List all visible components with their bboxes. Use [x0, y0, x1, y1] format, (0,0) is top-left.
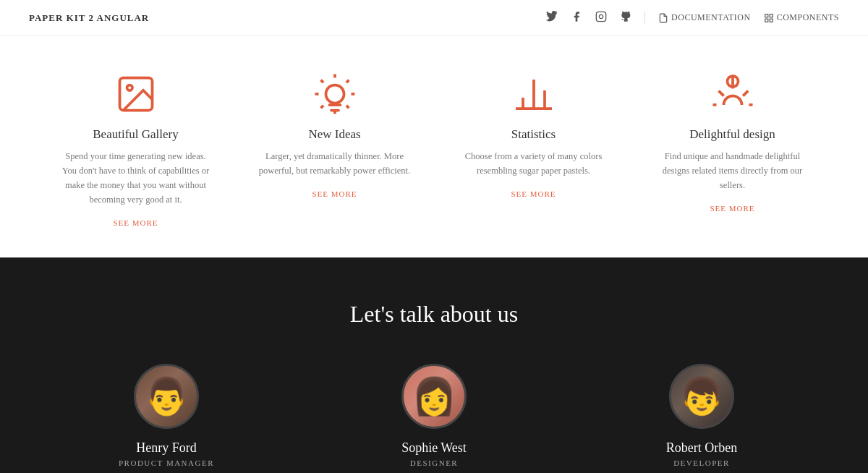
- robert-name: Robert Orben: [593, 440, 810, 456]
- henry-role: PRODUCT MANAGER: [58, 459, 275, 467]
- features-grid: Beautiful Gallery Spend your time genera…: [43, 65, 825, 236]
- team-member-robert: Robert Orben DEVELOPER The strength of t…: [579, 364, 825, 473]
- ideas-title: New Ideas: [257, 127, 412, 142]
- svg-line-12: [346, 106, 349, 108]
- statistics-icon: [512, 72, 556, 116]
- svg-line-16: [346, 80, 349, 83]
- team-member-henry: Henry Ford PRODUCT MANAGER Teamwork is s…: [43, 364, 289, 473]
- components-link[interactable]: COMPONENTS: [764, 12, 839, 23]
- ideas-desc: Larger, yet dramatically thinner. More p…: [257, 149, 412, 178]
- navbar: PAPER KIT 2 ANGULAR DOCUMENTATION COMPON…: [0, 0, 868, 36]
- robert-role: DEVELOPER: [593, 459, 810, 467]
- svg-point-8: [326, 85, 344, 103]
- design-title: Delightful design: [655, 127, 810, 142]
- statistics-link[interactable]: SEE MORE: [511, 189, 556, 198]
- ideas-icon: [313, 72, 357, 116]
- design-link[interactable]: SEE MORE: [710, 204, 754, 213]
- feature-design: Delightful design Find unique and handma…: [640, 65, 825, 236]
- doc-icon: [658, 13, 668, 23]
- components-icon: [764, 13, 774, 23]
- nav-right: DOCUMENTATION COMPONENTS: [546, 11, 839, 25]
- sophie-role: DESIGNER: [326, 459, 542, 467]
- feature-ideas: New Ideas Larger, yet dramatically thinn…: [242, 65, 427, 236]
- svg-rect-4: [770, 19, 773, 22]
- feature-statistics: Statistics Choose from a variety of many…: [441, 65, 626, 236]
- svg-line-15: [320, 106, 323, 108]
- twitter-icon[interactable]: [546, 11, 558, 25]
- feature-gallery: Beautiful Gallery Spend your time genera…: [43, 65, 228, 236]
- avatar-henry: [134, 364, 199, 429]
- svg-rect-0: [596, 12, 605, 21]
- henry-name: Henry Ford: [58, 440, 275, 456]
- gallery-icon: [114, 72, 158, 116]
- svg-rect-2: [765, 14, 767, 17]
- avatar-sophie: [401, 364, 467, 429]
- statistics-desc: Choose from a variety of many colors res…: [456, 149, 611, 178]
- team-section: Let's talk about us Henry Ford PRODUCT M…: [0, 257, 868, 473]
- statistics-title: Statistics: [456, 127, 611, 142]
- svg-point-7: [127, 85, 132, 91]
- features-section: Beautiful Gallery Spend your time genera…: [0, 36, 868, 257]
- facebook-icon[interactable]: [571, 11, 582, 25]
- svg-line-11: [320, 80, 323, 83]
- avatar-robert: [669, 364, 734, 429]
- svg-rect-3: [770, 14, 773, 17]
- sophie-name: Sophie West: [326, 440, 542, 456]
- gallery-link[interactable]: SEE MORE: [113, 218, 158, 227]
- svg-rect-5: [765, 19, 767, 22]
- team-section-title: Let's talk about us: [43, 301, 825, 328]
- gallery-desc: Spend your time generating new ideas. Yo…: [58, 149, 213, 207]
- ideas-link[interactable]: SEE MORE: [312, 189, 357, 198]
- github-icon[interactable]: [620, 11, 631, 25]
- instagram-icon[interactable]: [595, 11, 607, 25]
- gallery-title: Beautiful Gallery: [58, 127, 213, 142]
- design-icon: [711, 72, 754, 116]
- nav-brand: PAPER KIT 2 ANGULAR: [29, 12, 149, 24]
- team-member-sophie: Sophie West DESIGNER A group becomes a t…: [311, 364, 557, 473]
- nav-divider: [644, 12, 645, 25]
- team-grid: Henry Ford PRODUCT MANAGER Teamwork is s…: [43, 364, 825, 473]
- documentation-link[interactable]: DOCUMENTATION: [658, 12, 751, 23]
- design-desc: Find unique and handmade delightful desi…: [655, 149, 810, 192]
